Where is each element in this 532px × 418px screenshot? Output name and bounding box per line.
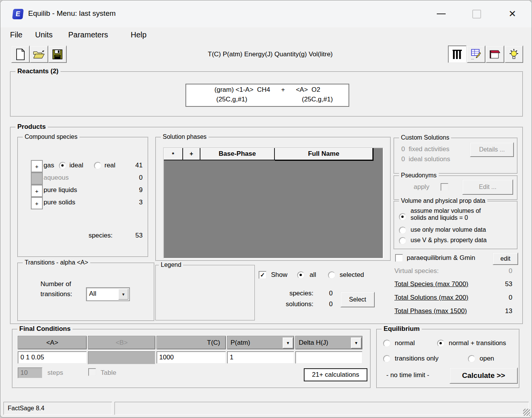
- normal-radio[interactable]: [383, 340, 391, 347]
- chevron-down-icon[interactable]: ▼: [118, 289, 128, 300]
- minimize-button[interactable]: [432, 7, 450, 20]
- aqueous-count: 0: [126, 174, 143, 182]
- alpha-value-input[interactable]: [18, 351, 87, 364]
- transitions-only-label: transitions only: [395, 355, 438, 362]
- solution-phases-group: Solution phases * + Base-Phase Full Name: [155, 137, 391, 261]
- pseudonyms-edit-label: Edit ...: [479, 184, 496, 190]
- expand-gas-button[interactable]: +: [31, 160, 43, 172]
- custom-solutions-group: Custom Solutions 0 fixed activities 0 id…: [394, 138, 518, 174]
- menu-file[interactable]: File: [10, 30, 22, 39]
- new-file-icon: [15, 49, 25, 60]
- show-selected-label: selected: [340, 271, 364, 279]
- reactants-equation-line1: (gram) <1-A> CH4 + <A> O2: [186, 86, 348, 94]
- transitions-count-value: All: [89, 290, 96, 298]
- reactants-list-button[interactable]: [448, 46, 466, 63]
- open-file-button[interactable]: [30, 46, 48, 63]
- total-species-link[interactable]: Total Species (max 7000): [394, 280, 468, 288]
- shown-species-value: 0: [319, 290, 333, 297]
- plus-icon: +: [35, 163, 39, 170]
- show-label: Show: [271, 271, 288, 279]
- para-edit-label: edit: [500, 255, 510, 262]
- close-icon: ✕: [508, 10, 516, 18]
- shown-solutions-label: solutions:: [267, 300, 313, 308]
- select-button-label: Select: [349, 296, 366, 303]
- expand-pure-liquids-button[interactable]: +: [31, 185, 43, 197]
- column-header-star[interactable]: *: [164, 148, 183, 160]
- save-file-icon: [52, 49, 62, 59]
- transitions-only-radio[interactable]: [383, 355, 391, 362]
- normal-transitions-label: normal + transitions: [449, 339, 506, 347]
- plus-icon: +: [35, 188, 39, 194]
- show-selected-radio[interactable]: [328, 271, 335, 279]
- title-bar: E Equilib - Menu: last system ✕: [0, 0, 532, 27]
- check-icon: ✓: [260, 271, 265, 278]
- legend-group: Legend: [155, 265, 255, 320]
- total-solutions-value: 0: [496, 294, 512, 302]
- save-file-button[interactable]: [48, 46, 67, 63]
- normal-label: normal: [395, 339, 415, 347]
- open-label: open: [480, 355, 494, 362]
- show-all-radio[interactable]: [297, 271, 305, 279]
- paraequilibrium-checkbox[interactable]: [395, 254, 403, 262]
- volume-group: Volume and physical prop data assume mol…: [394, 201, 518, 249]
- pressure-dropdown-button[interactable]: ▼: [283, 337, 293, 349]
- total-solutions-link[interactable]: Total Solutions (max 200): [394, 294, 468, 302]
- select-button[interactable]: Select: [340, 292, 375, 307]
- dropdown-arrow-glyph: ▼: [121, 292, 125, 297]
- menu-help[interactable]: Help: [131, 30, 146, 39]
- reactants-equation-box[interactable]: (gram) <1-A> CH4 + <A> O2 (25C,g,#1) (25…: [185, 84, 349, 107]
- column-header-full-name[interactable]: Full Name: [275, 148, 374, 161]
- close-button[interactable]: ✕: [503, 7, 521, 20]
- maximize-icon: [472, 10, 481, 19]
- pseudonyms-group: Pseudonyms apply Edit ...: [394, 175, 518, 200]
- total-phases-value: 13: [496, 307, 512, 315]
- transitions-label-line1: Number of: [40, 280, 71, 288]
- maximize-button: [468, 7, 485, 20]
- transitions-title: Transitions - alpha <A>: [23, 259, 90, 266]
- show-checkbox[interactable]: ✓: [259, 271, 266, 279]
- notebook-button[interactable]: [486, 46, 504, 63]
- deltaH-input[interactable]: [295, 351, 362, 364]
- volume-assume-zero-radio[interactable]: [399, 213, 406, 221]
- menu-units[interactable]: Units: [35, 30, 53, 39]
- open-radio[interactable]: [468, 355, 475, 362]
- col-header-P-label: P(atm): [231, 339, 250, 347]
- deltaH-dropdown-button[interactable]: ▼: [351, 337, 362, 349]
- normal-transitions-radio[interactable]: [437, 340, 444, 347]
- total-phases-link[interactable]: Total Phases (max 1500): [394, 307, 467, 315]
- solution-phases-title: Solution phases: [161, 133, 209, 140]
- gas-label: gas: [44, 162, 54, 169]
- pure-solids-label: pure solids: [44, 199, 75, 206]
- toolbar: T(C) P(atm) Energy(J) Quantity(g) Vol(li…: [0, 44, 532, 65]
- gas-ideal-label: ideal: [69, 162, 83, 169]
- gas-ideal-radio[interactable]: [59, 162, 66, 169]
- para-edit-button[interactable]: edit: [493, 253, 518, 265]
- new-file-button[interactable]: [11, 46, 30, 63]
- menu-parameters[interactable]: Parameters: [68, 30, 108, 39]
- shown-species-label: species:: [267, 290, 313, 297]
- edit-table-button[interactable]: ...: [467, 46, 485, 63]
- volume-molar-only-radio[interactable]: [399, 227, 406, 234]
- resize-grip[interactable]: [523, 409, 530, 416]
- virtual-species-label: Virtual species:: [394, 267, 439, 275]
- column-header-plus[interactable]: +: [183, 148, 200, 160]
- expand-pure-solids-button[interactable]: +: [31, 197, 43, 209]
- equilib-window: E Equilib - Menu: last system ✕ File Uni…: [0, 0, 532, 418]
- reactant-2-state: (25C,g,#1): [302, 96, 333, 103]
- table-label: Table: [101, 369, 116, 377]
- transitions-count-dropdown[interactable]: All ▼: [86, 287, 130, 301]
- dropdown-arrow-glyph: ▼: [286, 341, 290, 345]
- calculate-button-label: Calculate >>: [462, 371, 505, 380]
- apply-checkbox: [441, 183, 448, 191]
- tips-button[interactable]: [505, 46, 523, 63]
- pressure-input[interactable]: [227, 351, 294, 364]
- temperature-input[interactable]: [157, 351, 226, 364]
- status-message-panel: [114, 402, 529, 415]
- col-header-B: <B>: [88, 336, 155, 349]
- gas-real-radio[interactable]: [94, 162, 101, 169]
- products-title: Products: [15, 123, 48, 131]
- volume-v-phys-radio[interactable]: [399, 237, 406, 244]
- volume-v-phys-label: use V & phys. property data: [411, 237, 487, 244]
- column-header-base-phase[interactable]: Base-Phase: [200, 148, 275, 160]
- calculate-button[interactable]: Calculate >>: [450, 367, 518, 384]
